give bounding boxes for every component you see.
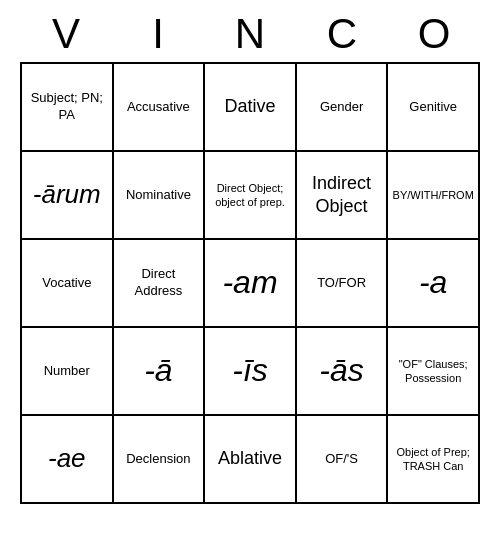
cell-0-0: Subject; PN; PA — [22, 64, 114, 152]
cell-4-1: Declension — [114, 416, 206, 504]
bingo-title: V I N C O — [20, 10, 480, 58]
cell-0-4: Genitive — [388, 64, 480, 152]
cell-4-2: Ablative — [205, 416, 297, 504]
cell-2-3: TO/FOR — [297, 240, 389, 328]
title-letter-o: O — [388, 10, 480, 58]
cell-4-4: Object of Prep; TRASH Can — [388, 416, 480, 504]
cell-1-2: Direct Object; object of prep. — [205, 152, 297, 240]
cell-0-1: Accusative — [114, 64, 206, 152]
cell-1-3: Indirect Object — [297, 152, 389, 240]
title-letter-c: C — [296, 10, 388, 58]
cell-3-2: -īs — [205, 328, 297, 416]
cell-2-4: -a — [388, 240, 480, 328]
cell-2-1: Direct Address — [114, 240, 206, 328]
cell-1-1: Nominative — [114, 152, 206, 240]
cell-4-0: -ae — [22, 416, 114, 504]
bingo-card: V I N C O Subject; PN; PA Accusative Dat… — [20, 10, 480, 504]
title-letter-i: I — [112, 10, 204, 58]
cell-2-2: -am — [205, 240, 297, 328]
cell-3-4: "OF" Clauses; Possession — [388, 328, 480, 416]
cell-4-3: OF/'S — [297, 416, 389, 504]
title-letter-v: V — [20, 10, 112, 58]
cell-3-0: Number — [22, 328, 114, 416]
cell-1-0: -ārum — [22, 152, 114, 240]
cell-0-2: Dative — [205, 64, 297, 152]
bingo-grid: Subject; PN; PA Accusative Dative Gender… — [20, 62, 480, 504]
cell-0-3: Gender — [297, 64, 389, 152]
cell-3-3: -ās — [297, 328, 389, 416]
cell-1-4: BY/WITH/FROM — [388, 152, 480, 240]
cell-2-0: Vocative — [22, 240, 114, 328]
cell-3-1: -ā — [114, 328, 206, 416]
title-letter-n: N — [204, 10, 296, 58]
